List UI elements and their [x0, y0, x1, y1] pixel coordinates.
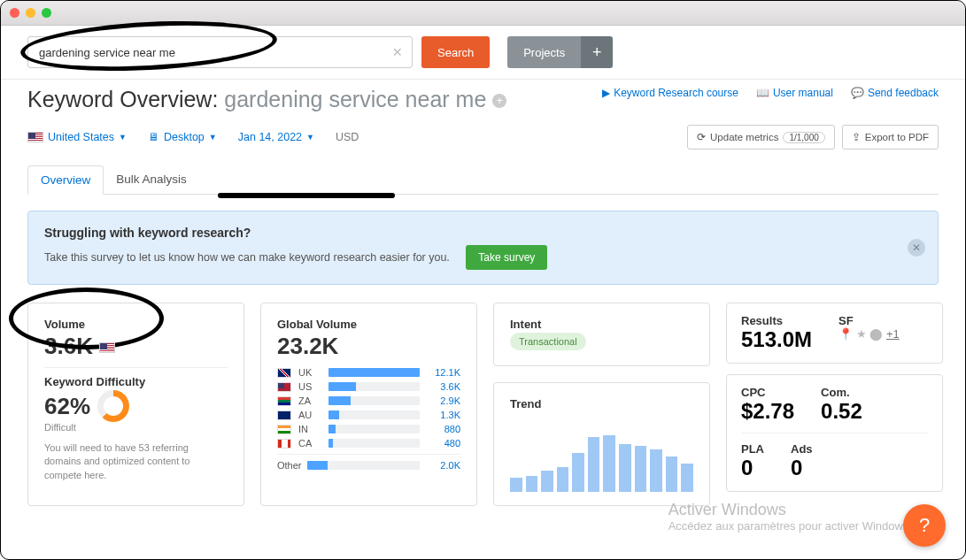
banner-title: Struggling with keyword research?: [44, 226, 547, 240]
link-feedback[interactable]: 💬 Send feedback: [851, 87, 939, 99]
card-cpc: CPC$2.78 Com.0.52 PLA0 Ads0: [726, 374, 943, 492]
sf-label: SF: [838, 314, 900, 327]
filter-date[interactable]: Jan 14, 2022 ▼: [238, 131, 314, 143]
flag-us-icon: [27, 132, 43, 142]
kd-value: 62%: [44, 393, 90, 420]
link-course[interactable]: ▶ Keyword Research course: [602, 87, 738, 99]
window-titlebar: [1, 1, 965, 26]
com-label: Com.: [821, 386, 862, 399]
results-value: 513.0M: [741, 327, 812, 352]
serp-features-icons[interactable]: 📍 ★ ⬤ +1: [838, 327, 900, 341]
global-row-ca[interactable]: CA480: [277, 438, 460, 449]
filter-row: United States ▼ 🖥 Desktop ▼ Jan 14, 2022…: [27, 125, 939, 150]
close-banner-icon[interactable]: ✕: [908, 239, 925, 257]
search-input-wrap: ✕: [27, 36, 413, 68]
card-intent: Intent Transactional: [493, 303, 710, 366]
global-row-au[interactable]: AU1.3K: [277, 410, 460, 420]
card-trend: Trend: [493, 382, 710, 506]
filter-device[interactable]: 🖥 Desktop ▼: [148, 131, 217, 143]
intent-label: Intent: [510, 318, 693, 331]
trend-bar: [541, 471, 553, 492]
card-global-volume: Global Volume 23.2K UK12.1KUS3.6KZA2.9KA…: [260, 303, 477, 506]
trend-bar: [650, 449, 662, 492]
help-fab-button[interactable]: ?: [903, 504, 946, 547]
card-results: Results 513.0M SF 📍 ★ ⬤ +1: [726, 303, 943, 364]
flag-za-icon: [277, 396, 291, 406]
maximize-window-icon[interactable]: [42, 8, 51, 18]
global-row-za[interactable]: ZA2.9K: [277, 395, 460, 406]
trend-chart: [510, 421, 693, 492]
tabs: Overview Bulk Analysis: [27, 165, 939, 195]
global-value: 23.2K: [277, 333, 460, 360]
close-window-icon[interactable]: [10, 8, 19, 18]
trend-bar: [681, 464, 693, 492]
kd-level: Difficult: [44, 422, 228, 433]
intent-tag: Transactional: [510, 333, 586, 350]
page-title: Keyword Overview: gardening service near…: [27, 87, 506, 112]
trend-bar: [588, 437, 600, 492]
cpc-value: $2.78: [741, 399, 794, 424]
flag-in-icon: [277, 425, 291, 434]
global-label: Global Volume: [277, 318, 460, 331]
flag-us-icon: [99, 342, 115, 353]
trend-bar: [557, 467, 569, 492]
kd-donut-icon: [97, 390, 129, 422]
trend-bar: [510, 478, 522, 492]
title-keyword: gardening service near me: [224, 87, 486, 111]
filter-country[interactable]: United States ▼: [27, 131, 127, 143]
global-row-us[interactable]: US3.6K: [277, 381, 460, 392]
keyword-search-input[interactable]: [28, 46, 383, 59]
top-search-bar: ✕ Search Projects +: [1, 26, 965, 80]
title-prefix: Keyword Overview:: [27, 87, 224, 111]
currency-label: USD: [336, 131, 359, 143]
minimize-window-icon[interactable]: [26, 8, 35, 18]
trend-bar: [603, 435, 615, 492]
update-metrics-button[interactable]: ⟳ Update metrics 1/1,000: [687, 125, 835, 150]
export-pdf-button[interactable]: ⇪ Export to PDF: [842, 125, 939, 150]
flag-ca-icon: [277, 439, 291, 449]
trend-label: Trend: [510, 397, 693, 410]
global-row-in[interactable]: IN880: [277, 424, 460, 434]
results-label: Results: [741, 314, 812, 327]
global-row-other: Other 2.0K: [277, 460, 460, 471]
kd-note: You will need to have 53 referring domai…: [44, 441, 228, 482]
banner-text: Take this survey to let us know how we c…: [44, 251, 450, 264]
trend-bar: [526, 476, 538, 492]
flag-us-icon: [277, 382, 291, 392]
pla-label: PLA: [741, 442, 764, 456]
add-keyword-icon[interactable]: +: [492, 94, 506, 108]
projects-button[interactable]: Projects: [507, 36, 581, 68]
pla-value: 0: [741, 456, 764, 480]
survey-banner: Struggling with keyword research? Take t…: [27, 211, 939, 285]
flag-au-icon: [277, 410, 291, 420]
trend-bar: [619, 444, 631, 492]
add-project-button[interactable]: +: [581, 36, 613, 68]
trend-bar: [572, 453, 584, 492]
link-manual[interactable]: 📖 User manual: [756, 87, 833, 99]
ads-value: 0: [791, 456, 813, 480]
header-links: ▶ Keyword Research course 📖 User manual …: [602, 87, 939, 99]
global-row-uk[interactable]: UK12.1K: [277, 367, 460, 378]
kd-label: Keyword Difficulty: [44, 375, 228, 388]
card-volume: Volume 3.6K Keyword Difficulty 62% Diffi…: [27, 303, 244, 506]
com-value: 0.52: [821, 399, 862, 424]
flag-uk-icon: [277, 368, 291, 378]
volume-value: 3.6K: [44, 333, 228, 360]
trend-bar: [666, 456, 678, 492]
tab-overview[interactable]: Overview: [27, 165, 104, 195]
cpc-label: CPC: [741, 386, 794, 399]
ads-label: Ads: [791, 442, 813, 456]
take-survey-button[interactable]: Take survey: [466, 245, 547, 270]
trend-bar: [635, 446, 647, 492]
tab-bulk-analysis[interactable]: Bulk Analysis: [104, 165, 199, 194]
annotation-underline: [218, 193, 395, 198]
volume-label: Volume: [44, 318, 228, 331]
search-button[interactable]: Search: [421, 36, 490, 68]
clear-input-icon[interactable]: ✕: [383, 45, 412, 59]
